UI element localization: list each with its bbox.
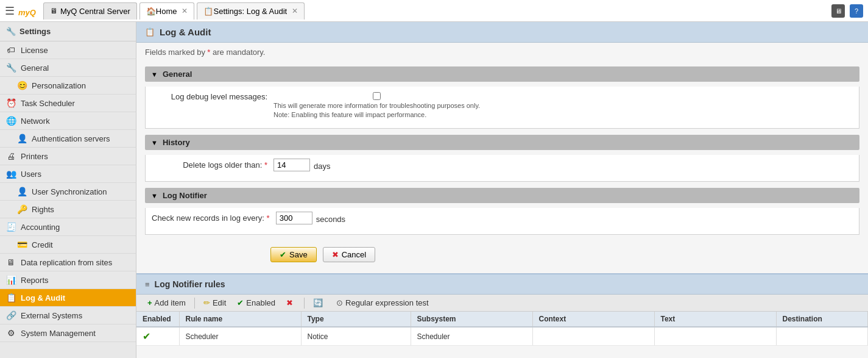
sidebar-item-user-sync[interactable]: 👤 User Synchronization [0, 183, 136, 201]
check-records-row: Check new records in log every: * second… [152, 212, 853, 224]
rules-table: Enabled Rule name Type Subsystem Context… [136, 312, 868, 346]
delete-logs-inline: days [273, 159, 330, 171]
table-row[interactable]: ✔ Scheduler Notice Scheduler [136, 327, 868, 346]
delete-logs-label: Delete logs older than: * [152, 159, 273, 170]
printers-icon: 🖨 [6, 151, 16, 161]
page-header-icon: 📋 [145, 27, 155, 37]
refresh-icon: 🔄 [313, 298, 323, 307]
history-section-body: Delete logs older than: * days [145, 155, 859, 182]
sidebar-item-reports[interactable]: 📊 Reports [0, 271, 136, 289]
users-icon: 👥 [6, 169, 16, 179]
sidebar-item-rights[interactable]: 🔑 Rights [0, 201, 136, 218]
sidebar-label-external-systems: External Systems [21, 311, 82, 320]
sidebar-item-accounting[interactable]: 🧾 Accounting [0, 218, 136, 236]
sidebar-item-printers[interactable]: 🖨 Printers [0, 148, 136, 165]
monitor-button[interactable]: 🖥 [831, 4, 845, 18]
general-section-header[interactable]: ▼ General [145, 66, 859, 82]
log-debug-note1: This will generate more information for … [273, 102, 480, 109]
col-enabled: Enabled [136, 312, 179, 327]
check-records-input[interactable] [276, 212, 312, 224]
log-notifier-section-label: Log Notifier [163, 191, 207, 200]
general-section: ▼ General Log debug level messages: This… [145, 66, 859, 129]
enabled-button[interactable]: ✔ Enabled [232, 297, 280, 309]
home-tab-label: Home [156, 7, 177, 16]
settings-header-icon: 🔧 [6, 27, 16, 36]
delete-button[interactable]: ✖ [281, 297, 300, 309]
home-tab[interactable]: 🏠 Home ✕ [139, 2, 195, 20]
check-records-label: Check new records in log every: * [152, 212, 276, 223]
sidebar-label-network: Network [21, 116, 50, 126]
sidebar-item-data-replication[interactable]: 🖥 Data replication from sites [0, 254, 136, 271]
cell-enabled: ✔ [136, 327, 179, 346]
data-replication-icon: 🖥 [6, 257, 16, 267]
add-item-button[interactable]: + Add item [143, 297, 191, 309]
history-section-label: History [163, 138, 190, 147]
log-debug-label: Log debug level messages: [152, 90, 273, 101]
sidebar-item-network[interactable]: 🌐 Network [0, 112, 136, 130]
cell-context [532, 327, 654, 346]
external-systems-icon: 🔗 [6, 310, 16, 320]
sidebar-item-personalization[interactable]: 😊 Personalization [0, 77, 136, 95]
top-right: 🖥 ? [831, 4, 863, 18]
general-icon: 🔧 [6, 63, 16, 73]
sidebar-label-system-management: System Management [21, 329, 96, 338]
sidebar-label-credit: Credit [32, 240, 53, 249]
network-icon: 🌐 [6, 116, 16, 126]
sidebar-label-accounting: Accounting [21, 223, 60, 232]
top-bar: ☰ myQ 🖥 MyQ Central Server 🏠 Home ✕ 📋 Se… [0, 0, 868, 22]
sidebar-item-auth-servers[interactable]: 👤 Authentication servers [0, 130, 136, 148]
log-notifier-section-body: Check new records in log every: * second… [145, 208, 859, 235]
history-section-header[interactable]: ▼ History [145, 135, 859, 150]
col-type: Type [301, 312, 411, 327]
cell-rule-name: Scheduler [179, 327, 301, 346]
settings-tab[interactable]: 📋 Settings: Log & Audit ✕ [197, 2, 305, 20]
sidebar-label-rights: Rights [32, 205, 54, 214]
sidebar-label-license: License [21, 46, 48, 55]
home-tab-icon: 🏠 [146, 7, 156, 16]
server-tab[interactable]: 🖥 MyQ Central Server [43, 2, 137, 20]
cancel-button[interactable]: ✖ Cancel [323, 247, 375, 262]
check-records-control: seconds [276, 212, 345, 224]
action-buttons: ✔ Save ✖ Cancel [136, 241, 868, 271]
sidebar-item-license[interactable]: 🏷 License [0, 41, 136, 59]
accounting-icon: 🧾 [6, 222, 16, 232]
delete-logs-input[interactable] [273, 159, 310, 171]
sidebar-item-system-management[interactable]: ⚙ System Management [0, 324, 136, 342]
main-layout: 🔧 Settings 🏷 License 🔧 General 😊 Persona… [0, 22, 868, 358]
rules-toolbar: + Add item ✏ Edit ✔ Enabled ✖ 🔄 ⊙ Regula… [136, 295, 868, 312]
sidebar-item-general[interactable]: 🔧 General [0, 59, 136, 77]
help-button[interactable]: ? [850, 4, 863, 18]
save-button[interactable]: ✔ Save [270, 247, 317, 262]
refresh-button[interactable]: 🔄 [308, 297, 330, 309]
col-subsystem: Subsystem [411, 312, 532, 327]
home-tab-close[interactable]: ✕ [182, 7, 188, 15]
sidebar-label-personalization: Personalization [32, 81, 86, 90]
settings-tab-label: Settings: Log & Audit [213, 7, 287, 16]
hamburger-menu-icon[interactable]: ☰ [5, 4, 15, 18]
sidebar-item-users[interactable]: 👥 Users [0, 165, 136, 183]
cell-type: Notice [301, 327, 411, 346]
log-debug-checkbox[interactable] [273, 92, 480, 100]
enabled-icon: ✔ [237, 298, 244, 307]
log-notifier-section-header[interactable]: ▼ Log Notifier [145, 188, 859, 203]
sidebar-item-credit[interactable]: 💳 Credit [0, 236, 136, 254]
col-destination: Destination [776, 312, 868, 327]
sidebar: 🔧 Settings 🏷 License 🔧 General 😊 Persona… [0, 22, 136, 358]
content-header: 📋 Log & Audit [136, 22, 868, 43]
license-icon: 🏷 [6, 45, 16, 55]
auth-servers-icon: 👤 [17, 134, 27, 143]
sidebar-item-external-systems[interactable]: 🔗 External Systems [0, 307, 136, 324]
toolbar-sep-2 [304, 298, 305, 309]
sidebar-item-task-scheduler[interactable]: ⏰ Task Scheduler [0, 95, 136, 112]
personalization-icon: 😊 [17, 81, 27, 90]
edit-button[interactable]: ✏ Edit [199, 297, 231, 309]
check-records-inline: seconds [276, 212, 345, 224]
settings-tab-close[interactable]: ✕ [292, 7, 298, 15]
task-scheduler-icon: ⏰ [6, 98, 16, 108]
col-context: Context [532, 312, 654, 327]
general-section-label: General [163, 70, 192, 79]
sidebar-item-log-audit[interactable]: 📋 Log & Audit [0, 289, 136, 307]
regex-button[interactable]: ⊙ Regular expression test [331, 297, 434, 309]
add-icon: + [147, 298, 152, 307]
log-notifier-section: ▼ Log Notifier Check new records in log … [145, 188, 859, 235]
